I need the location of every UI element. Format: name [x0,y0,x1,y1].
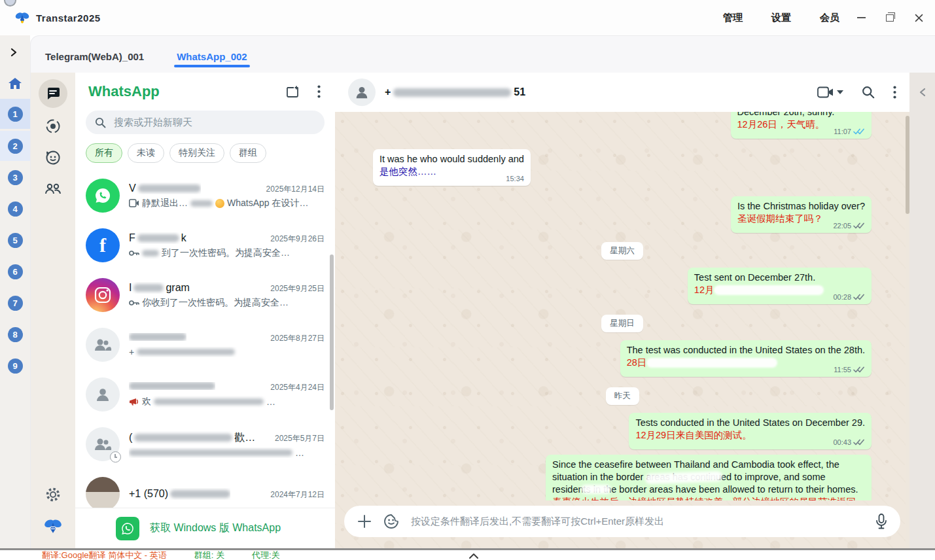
announcement-preview-icon [129,398,139,406]
message-stream[interactable]: December 26th, sunny. 12月26日，天气晴。 11:07 … [335,112,909,500]
account-item-2[interactable]: 2 [0,131,30,161]
status-tab-icon[interactable] [40,113,66,139]
account-item-5[interactable]: 5 [0,225,30,255]
composer-placeholder: 按设定条件翻译后发出,不需要翻译可按Ctrl+Enter原样发出 [411,516,864,528]
restore-button[interactable] [885,13,894,22]
group-avatar [86,328,120,362]
account-item-6[interactable]: 6 [0,256,30,287]
video-preview-icon [129,199,139,207]
group-status[interactable]: 群组: 关 [194,550,224,560]
chat-name: (歡… [129,431,255,445]
profile-bee-avatar[interactable] [40,513,66,539]
message-outgoing[interactable]: Tests conducted in the United States on … [373,413,872,449]
read-receipt-icon [853,294,865,301]
message-outgoing[interactable]: The test was conducted in the United Sta… [373,340,872,377]
whatsapp-logo-avatar [86,179,120,213]
conversation-panel: +51 [335,73,909,548]
status-bar: 翻译:Google翻译 简体中文 - 英语 群组: 关 代理:关 [0,550,935,560]
proxy-status[interactable]: 代理:关 [252,550,280,560]
composer-zone: 按设定条件翻译后发出,不需要翻译可按Ctrl+Enter原样发出 [335,500,909,548]
contact-avatar [348,79,376,106]
search-icon [95,117,106,128]
conversation-search-icon[interactable] [862,86,875,99]
list-item[interactable]: 2025年8月27日 + [75,320,335,370]
app-brand: Transtar2025 [14,10,101,26]
message-outgoing[interactable]: Test sent on December 27th. 12月 00:28 [373,268,872,304]
account-item-8[interactable]: 8 [0,319,30,349]
facebook-logo-avatar: f [86,228,120,262]
chat-name: V [129,183,201,194]
chat-name [129,382,215,390]
account-item-1[interactable]: 1 [0,99,30,129]
filter-all[interactable]: 所有 [86,143,122,163]
translate-status[interactable]: 翻译:Google翻译 简体中文 - 英语 [42,550,167,560]
close-button[interactable] [914,13,923,22]
video-call-button[interactable] [817,86,843,98]
list-item[interactable]: (歡… 2025年5月7日 … [75,419,335,469]
menu-member[interactable]: 会员 [820,12,839,24]
app-title: Transtar2025 [36,12,101,24]
key-preview-icon [129,300,139,306]
whatsapp-app: WhatsApp 搜索或开始新聊天 [31,73,935,548]
person-avatar [86,377,120,411]
right-panel-strip [909,73,935,548]
conversation-body: December 26th, sunny. 12月26日，天气晴。 11:07 … [335,112,909,548]
message-outgoing[interactable]: Is the Christmas holiday over? 圣诞假期结束了吗？… [373,196,872,233]
expand-statusbar-icon[interactable] [468,552,479,559]
chat-list-scrollbar[interactable] [330,254,334,410]
tab-whatsapp[interactable]: WhatsApp_002 [173,42,251,73]
microphone-icon[interactable] [875,514,887,529]
conversation-scrollbar[interactable] [906,112,909,548]
account-item-3[interactable]: 3 [0,162,30,192]
filter-unread[interactable]: 未读 [128,143,164,163]
message-outgoing[interactable]: December 26th, sunny. 12月26日，天气晴。 11:07 [373,112,872,139]
list-item[interactable]: Igram 2025年9月25日 你收到了一次性密码。为提高安全… [75,270,335,320]
channels-tab-icon[interactable] [40,145,66,171]
new-chat-icon[interactable] [285,84,300,99]
message-outgoing[interactable]: Since the ceasefire between Thailand and… [373,455,872,500]
menu-settings[interactable]: 设置 [771,12,791,24]
account-item-4[interactable]: 4 [0,194,30,224]
search-input[interactable]: 搜索或开始新聊天 [86,111,325,134]
account-item-7[interactable]: 7 [0,288,30,318]
message-input[interactable]: 按设定条件翻译后发出,不需要翻译可按Ctrl+Enter原样发出 [344,506,900,537]
read-receipt-icon [853,128,865,135]
chat-list: V 2025年12月14日 静默退出…WhatsApp 在设计… f [75,171,335,548]
collapse-rail-button[interactable] [9,47,19,58]
filter-groups[interactable]: 群组 [230,143,266,163]
chat-preview: 到了一次性密码。为提高安全… [129,247,325,259]
communities-tab-icon[interactable] [40,176,66,202]
chat-list-menu-icon[interactable] [317,85,321,98]
contact-title: +51 [385,86,525,98]
chat-preview: + [129,347,325,357]
minimize-button[interactable] [856,13,866,22]
message-incoming[interactable]: It was he who would suddenly and 是他突然…… … [373,149,872,186]
get-windows-app-banner[interactable]: 获取 Windows 版 WhatsApp [75,508,335,548]
list-item[interactable]: f Fk 2025年9月26日 到了一次性密码。为提高安全… [75,220,335,270]
account-item-9[interactable]: 9 [0,351,30,381]
search-placeholder: 搜索或开始新聊天 [114,116,192,129]
settings-gear-icon[interactable] [40,481,66,508]
tab-telegram[interactable]: Telegram(WebA)_001 [41,42,148,73]
home-icon[interactable] [7,76,23,92]
filter-favorites[interactable]: 特别关注 [169,143,224,163]
chat-preview: 欢… [129,396,325,408]
titlebar-menu: 管理 设置 会员 [723,12,839,24]
attach-plus-icon[interactable] [357,514,372,529]
collapse-panel-icon[interactable] [917,87,928,548]
read-receipt-icon [853,366,865,374]
whatsapp-nav-rail [31,73,75,548]
menu-manage[interactable]: 管理 [723,12,743,24]
conversation-header[interactable]: +51 [335,73,909,112]
list-item[interactable]: 2025年4月24日 欢… [75,370,335,419]
date-divider: 星期六 [373,242,872,260]
conversation-menu-icon[interactable] [893,86,896,99]
chats-tab-icon[interactable] [39,79,67,108]
chat-date: 2025年9月25日 [265,283,325,294]
list-item[interactable]: V 2025年12月14日 静默退出…WhatsApp 在设计… [75,171,335,220]
bee-logo-icon [14,10,30,26]
chat-name: +1 (570) [129,488,230,500]
window-controls [856,13,923,22]
key-preview-icon [129,250,139,256]
emoji-picker-icon[interactable] [383,514,399,529]
